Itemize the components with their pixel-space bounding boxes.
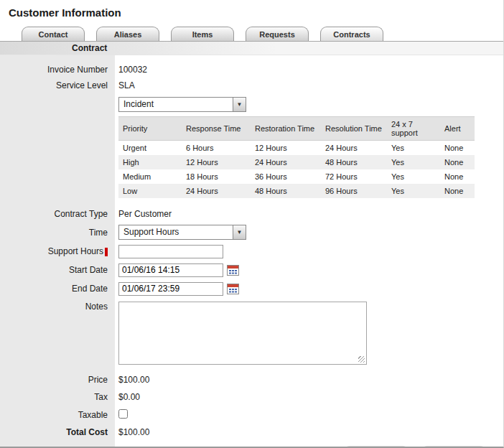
end-date-calendar-button[interactable] [227, 283, 239, 294]
tab-requests[interactable]: Requests [246, 27, 309, 41]
time-label: Time [0, 228, 115, 238]
table-row: High 12 Hours 24 Hours 48 Hours Yes None [118, 155, 475, 169]
taxable-checkbox[interactable] [118, 409, 128, 419]
col-response-time: Response Time [182, 117, 251, 141]
table-row: Medium 18 Hours 36 Hours 72 Hours Yes No… [118, 169, 475, 184]
tab-bar: Contact Aliases Items Requests Contracts [0, 24, 503, 41]
support-hours-row: Support Hours [0, 244, 503, 258]
invoice-number-value: 100032 [115, 65, 147, 75]
service-level-label: Service Level [0, 80, 115, 90]
section-header-contract: Contract [0, 42, 503, 55]
start-date-row: Start Date [0, 263, 503, 277]
sla-priority-table: Priority Response Time Restoration Time … [118, 116, 475, 198]
invoice-number-label: Invoice Number [0, 65, 115, 75]
contract-type-value: Per Customer [115, 209, 172, 219]
taxable-row: Taxable [0, 408, 503, 422]
contract-type-label: Contract Type [0, 209, 115, 219]
time-row: Time Support Hours ▼ [0, 225, 503, 240]
support-hours-label: Support Hours [48, 246, 103, 256]
tab-items[interactable]: Items [171, 27, 234, 41]
col-alert: Alert [440, 117, 475, 141]
total-cost-row: Total Cost $100.00 [0, 425, 503, 439]
classification-select-value: Incident [119, 98, 233, 111]
chevron-down-icon: ▼ [233, 98, 246, 111]
price-value: $100.00 [115, 375, 149, 385]
required-indicator [105, 248, 108, 256]
classification-select[interactable]: Incident ▼ [118, 97, 246, 112]
end-date-input[interactable] [118, 282, 223, 296]
service-level-value: SLA [115, 80, 135, 90]
start-date-input[interactable] [118, 263, 223, 277]
tab-contact[interactable]: Contact [22, 27, 85, 41]
col-24x7-support: 24 x 7 support [387, 117, 440, 141]
table-row: Low 24 Hours 48 Hours 96 Hours Yes None [118, 184, 475, 198]
contracts-tab-content: Contract Invoice Number 100032 Service L… [0, 41, 503, 448]
support-hours-input[interactable] [118, 245, 223, 258]
table-header-row: Priority Response Time Restoration Time … [118, 117, 475, 141]
invoice-number-row: Invoice Number 100032 [0, 62, 503, 77]
contract-type-row: Contract Type Per Customer [0, 207, 503, 221]
total-cost-label: Total Cost [0, 427, 115, 437]
notes-textarea[interactable] [118, 302, 367, 365]
col-resolution-time: Resolution Time [321, 117, 387, 141]
table-row: Urgent 6 Hours 12 Hours 24 Hours Yes Non… [118, 141, 475, 156]
tax-row: Tax $0.00 [0, 390, 503, 404]
col-priority: Priority [118, 117, 182, 141]
notes-label: Notes [0, 302, 115, 312]
calendar-icon [227, 264, 239, 276]
start-date-calendar-button[interactable] [227, 264, 239, 276]
start-date-label: Start Date [0, 265, 115, 275]
notes-row: Notes [0, 302, 503, 367]
time-select-value: Support Hours [119, 225, 233, 239]
end-date-label: End Date [0, 284, 115, 294]
col-restoration-time: Restoration Time [251, 117, 321, 141]
action-button-bar: Cancel Save [0, 441, 503, 448]
end-date-row: End Date [0, 281, 503, 296]
chevron-down-icon: ▼ [233, 225, 246, 239]
price-label: Price [0, 375, 115, 385]
calendar-icon [227, 283, 239, 294]
price-row: Price $100.00 [0, 373, 503, 387]
service-level-row: Service Level SLA [0, 78, 503, 93]
customer-information-panel: Customer Information Contact Aliases Ite… [0, 0, 504, 448]
resize-grip[interactable] [358, 356, 365, 363]
tab-aliases[interactable]: Aliases [96, 27, 159, 41]
taxable-label: Taxable [0, 410, 115, 420]
page-title: Customer Information [0, 0, 503, 24]
classification-row: Incident ▼ [0, 97, 503, 112]
contract-form: Invoice Number 100032 Service Level SLA … [0, 55, 503, 448]
tax-value: $0.00 [115, 392, 140, 402]
tax-label: Tax [0, 392, 115, 402]
total-cost-value: $100.00 [115, 427, 149, 437]
tab-contracts[interactable]: Contracts [320, 27, 383, 41]
time-select[interactable]: Support Hours ▼ [118, 225, 246, 240]
